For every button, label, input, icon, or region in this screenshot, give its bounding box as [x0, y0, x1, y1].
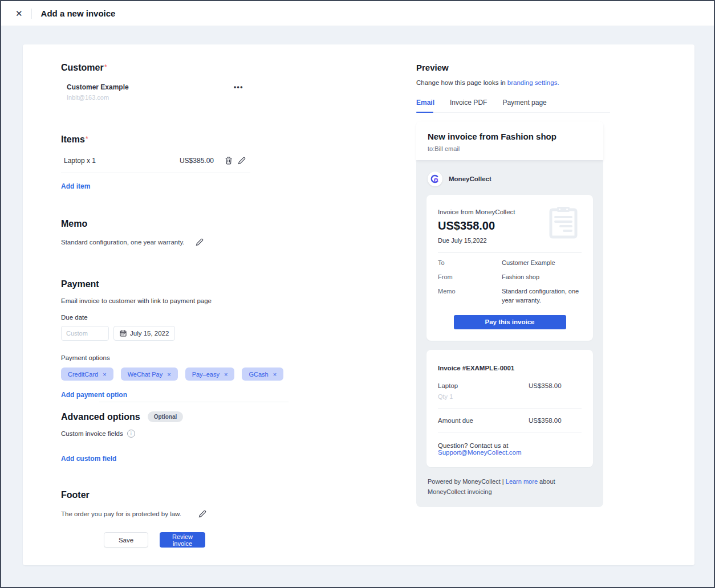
tab-invoice-pdf[interactable]: Invoice PDF: [450, 99, 487, 107]
advanced-options-section: Advanced options Optional Custom invoice…: [61, 411, 250, 463]
payment-options-chips: CreditCard × WeChat Pay × Pay–easy × GCa…: [61, 368, 250, 381]
required-asterisk: *: [104, 63, 107, 71]
invoice-row-memo: Memo Standard configuration, one year wa…: [438, 287, 582, 305]
invoice-detail-rows: To Customer Example From Fashion shop Me…: [438, 259, 582, 305]
chip-label: Pay–easy: [192, 371, 220, 378]
email-header: New invoice from Fashion shop to:Bill em…: [416, 121, 603, 160]
preview-panel: Preview Change how this page looks in br…: [416, 44, 610, 507]
custom-due-date-input[interactable]: [61, 326, 109, 341]
calendar-icon: [120, 330, 127, 337]
add-payment-option-button[interactable]: Add payment option: [61, 391, 127, 399]
advanced-heading-row: Advanced options Optional: [61, 411, 250, 422]
memo-section: Memo Standard configuration, one year wa…: [61, 219, 250, 246]
row-value: Standard configuration, one year warrant…: [502, 287, 582, 305]
save-button[interactable]: Save: [104, 532, 148, 548]
advanced-heading: Advanced options: [61, 412, 140, 422]
top-bar: ✕ Add a new invoice: [1, 1, 714, 26]
customer-info: Customer Example Inbit@163.com: [67, 83, 129, 101]
support-email-link[interactable]: Support@MoneyCollect.com: [438, 449, 522, 456]
payment-section: Payment Email invoice to customer with l…: [61, 279, 250, 399]
memo-heading: Memo: [61, 219, 87, 229]
items-card-divider: [438, 432, 582, 432]
remove-chip-icon[interactable]: ×: [273, 371, 277, 378]
invoice-card-divider: [438, 252, 582, 253]
close-icon[interactable]: ✕: [15, 9, 23, 18]
row-label: Memo: [438, 287, 502, 305]
memo-text: Standard configuration, one year warrant…: [61, 239, 185, 246]
preview-subtitle: Change how this page looks in branding s…: [416, 79, 610, 86]
customer-row: Customer Example Inbit@163.com •••: [61, 83, 250, 101]
brand-name: MoneyCollect: [449, 175, 491, 182]
payment-chip-gcash[interactable]: GCash ×: [242, 368, 283, 381]
customer-heading: Customer: [61, 63, 104, 73]
payment-heading: Payment: [61, 279, 99, 289]
add-custom-field-button[interactable]: Add custom field: [61, 455, 116, 463]
customer-name: Customer Example: [67, 83, 129, 91]
edit-footer-icon[interactable]: [198, 510, 206, 518]
tab-email[interactable]: Email: [416, 99, 434, 107]
date-picker-button[interactable]: July 15, 2022: [113, 326, 175, 341]
invoice-row-from: From Fashion shop: [438, 273, 582, 282]
due-date-inputs: July 15, 2022: [61, 326, 250, 341]
branding-settings-link[interactable]: branding settings.: [507, 79, 559, 86]
tab-payment-page[interactable]: Payment page: [502, 99, 546, 107]
custom-fields-row: Custom invoice fields i: [61, 430, 250, 438]
brand-row: MoneyCollect: [428, 172, 593, 186]
custom-fields-label: Custom invoice fields: [61, 430, 123, 437]
payment-options-label: Payment options: [61, 354, 250, 361]
form-actions: Save Review invoice: [61, 532, 250, 548]
row-value: Customer Example: [502, 259, 555, 268]
email-footer: Powered by MoneyCollect | Learn more abo…: [428, 476, 592, 497]
payment-chip-wechat-pay[interactable]: WeChat Pay ×: [121, 368, 178, 381]
invoice-summary-card: Invoice from MoneyCollect US$358.00 Due …: [426, 195, 593, 341]
edit-memo-icon[interactable]: [196, 238, 204, 246]
invoice-document-icon: [549, 205, 578, 242]
email-to-line: to:Bill email: [428, 145, 592, 152]
items-divider: [61, 173, 250, 173]
row-value: Fashion shop: [502, 273, 539, 282]
item-name: Laptop: [438, 382, 458, 389]
remove-chip-icon[interactable]: ×: [224, 371, 228, 378]
chip-label: GCash: [249, 371, 268, 378]
preview-tabs: Email Invoice PDF Payment page: [416, 99, 610, 113]
page-title: Add a new invoice: [41, 9, 116, 18]
invoice-number: Invoice #EXAMPLE-0001: [438, 365, 582, 371]
payment-chip-creditcard[interactable]: CreditCard ×: [61, 368, 113, 381]
add-item-button[interactable]: Add item: [61, 182, 90, 190]
remove-chip-icon[interactable]: ×: [103, 371, 106, 378]
item-amount: US$385.00: [180, 157, 214, 165]
powered-by-text: Powered by MoneyCollect: [428, 478, 502, 485]
amount-due-row: Amount due US$358.00: [438, 417, 582, 424]
pay-this-invoice-button[interactable]: Pay this invoice: [454, 315, 566, 329]
item-amount: US$358.00: [529, 382, 582, 389]
customer-email: Inbit@163.com: [67, 94, 129, 101]
moneycollect-logo-icon: [428, 172, 442, 186]
review-invoice-button[interactable]: Review invoice: [160, 532, 205, 548]
info-icon[interactable]: i: [127, 430, 135, 438]
edit-item-icon[interactable]: [238, 157, 246, 165]
topbar-divider: [31, 9, 32, 19]
delete-item-icon[interactable]: [225, 156, 233, 165]
amount-due-label: Amount due: [438, 417, 473, 424]
remove-chip-icon[interactable]: ×: [167, 371, 170, 378]
items-heading: Items: [61, 134, 85, 145]
footer-section: Footer The order you pay for is protecte…: [61, 490, 250, 518]
payment-subtitle: Email invoice to customer with link to p…: [61, 297, 250, 304]
email-preview-card: New invoice from Fashion shop to:Bill em…: [416, 121, 603, 507]
footer-text: The order you pay for is protected by la…: [61, 511, 181, 517]
main-panel: Customer* Customer Example Inbit@163.com…: [23, 44, 694, 565]
learn-more-link[interactable]: Learn more: [506, 478, 538, 485]
optional-badge: Optional: [148, 411, 184, 422]
chip-label: CreditCard: [68, 371, 98, 378]
item-quantity: Qty 1: [438, 393, 582, 400]
chip-label: WeChat Pay: [128, 371, 163, 378]
due-date-label: Due date: [61, 314, 250, 321]
invoice-row-to: To Customer Example: [438, 259, 582, 268]
customer-section: Customer* Customer Example Inbit@163.com…: [61, 63, 250, 101]
items-section: Items* Laptop x 1 US$385.00 Add item: [61, 134, 250, 191]
payment-chip-pay-easy[interactable]: Pay–easy ×: [185, 368, 235, 381]
invoice-item-row: Laptop US$358.00: [438, 382, 582, 389]
preview-heading: Preview: [416, 63, 610, 72]
customer-menu-icon[interactable]: •••: [234, 83, 243, 91]
items-card-divider: [438, 408, 582, 409]
